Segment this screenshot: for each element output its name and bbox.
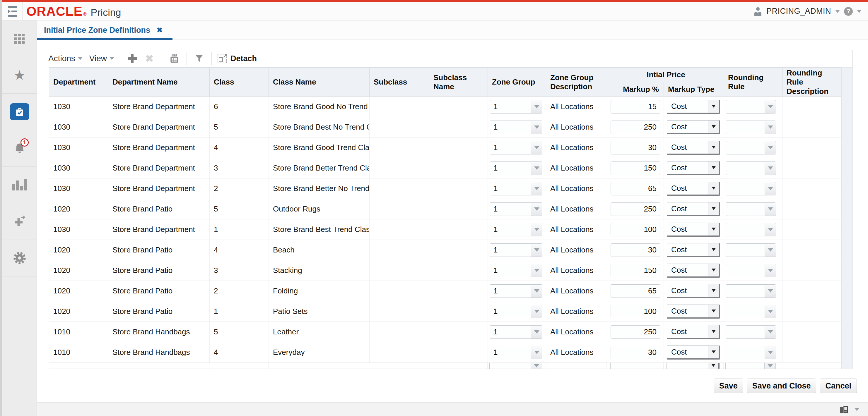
zone-group-value[interactable]: 1 (490, 305, 531, 318)
markup-type-select[interactable]: Cost (667, 161, 720, 175)
markup-type-select[interactable]: Cost (667, 120, 720, 134)
markup-type-select[interactable]: Cost (667, 325, 720, 339)
rounding-rule-combobox[interactable] (726, 141, 776, 154)
zone-group-dropdown-button[interactable] (531, 244, 542, 256)
zone-group-dropdown-button[interactable] (531, 285, 542, 298)
markup-pct-input[interactable] (611, 100, 660, 113)
user-menu[interactable]: PRICING_ADMIN ? (753, 6, 862, 16)
zone-group-value[interactable]: 1 (490, 100, 531, 113)
markup-pct-input[interactable] (611, 264, 660, 277)
markup-type-value[interactable]: Cost (667, 202, 708, 215)
markup-pct-input[interactable] (611, 182, 660, 196)
rounding-rule-value[interactable] (726, 264, 765, 277)
rounding-rule-combobox[interactable] (726, 346, 776, 359)
rounding-rule-combobox[interactable] (726, 182, 776, 196)
zone-group-combobox[interactable]: 1 (490, 141, 542, 154)
detach-button[interactable]: ↗ Detach (218, 54, 257, 63)
sidebar-item-notifications[interactable]: 1 (2, 130, 37, 167)
markup-type-value[interactable]: Cost (667, 182, 708, 195)
markup-type-select[interactable]: Cost (667, 284, 720, 298)
markup-type-dropdown-button[interactable] (708, 223, 719, 236)
rounding-rule-dropdown-button[interactable] (765, 305, 776, 318)
markup-type-dropdown-button[interactable] (708, 325, 719, 338)
zone-group-dropdown-button[interactable] (531, 100, 542, 113)
rounding-rule-combobox[interactable] (726, 325, 776, 339)
rounding-rule-dropdown-button[interactable] (765, 121, 776, 134)
rounding-rule-value[interactable] (726, 325, 765, 339)
markup-type-dropdown-button[interactable] (708, 346, 719, 358)
zone-group-combobox[interactable]: 1 (490, 264, 542, 277)
markup-pct-input[interactable] (611, 141, 660, 154)
markup-type-select[interactable]: Cost (667, 202, 720, 216)
zone-group-value[interactable]: 1 (490, 141, 531, 154)
markup-type-dropdown-button[interactable] (708, 120, 719, 133)
sidebar-toggle-button[interactable] (2, 2, 23, 20)
markup-type-value[interactable]: Cost (667, 305, 708, 317)
rounding-rule-combobox[interactable] (726, 162, 776, 175)
zone-group-dropdown-button[interactable] (531, 162, 542, 175)
table-scroll-filler-column[interactable] (841, 67, 853, 369)
markup-pct-input[interactable] (611, 202, 660, 216)
markup-type-dropdown-button[interactable] (708, 141, 719, 153)
view-menu-button[interactable]: View (89, 54, 114, 63)
markup-type-value[interactable]: Cost (667, 284, 708, 297)
zone-group-value[interactable]: 1 (490, 121, 531, 134)
rounding-rule-dropdown-button[interactable] (765, 100, 776, 113)
rounding-rule-dropdown-button[interactable] (765, 141, 776, 154)
markup-type-value[interactable]: Cost (667, 162, 708, 174)
sidebar-item-favorites[interactable]: ★ (2, 57, 37, 94)
rounding-rule-value[interactable] (726, 203, 765, 216)
rounding-rule-combobox[interactable] (726, 120, 776, 134)
zone-group-combobox[interactable]: 1 (490, 243, 542, 257)
cancel-button[interactable]: Cancel (820, 379, 857, 393)
delete-row-button-disabled[interactable]: ✖ (143, 52, 156, 65)
sidebar-item-tasks-active[interactable] (2, 94, 37, 130)
rounding-rule-value[interactable] (726, 244, 765, 256)
export-to-excel-button[interactable]: XLS (168, 52, 181, 65)
rounding-rule-combobox[interactable] (726, 284, 776, 298)
rounding-rule-dropdown-button[interactable] (765, 346, 776, 359)
zone-group-combobox[interactable]: 1 (490, 120, 542, 134)
zone-group-dropdown-button[interactable] (531, 141, 542, 154)
markup-type-value[interactable]: Cost (667, 346, 708, 358)
zone-group-dropdown-button[interactable] (531, 121, 542, 134)
markup-type-dropdown-button[interactable] (708, 243, 719, 256)
zone-group-value[interactable]: 1 (490, 264, 531, 277)
markup-type-value[interactable]: Cost (667, 120, 708, 133)
rounding-rule-value[interactable] (726, 223, 765, 236)
markup-type-value[interactable]: Cost (667, 264, 708, 276)
rounding-rule-value[interactable] (726, 182, 765, 195)
sidebar-item-apps[interactable] (2, 21, 37, 57)
help-icon[interactable]: ? (844, 7, 853, 16)
zone-group-dropdown-button[interactable] (531, 346, 542, 359)
markup-type-dropdown-button[interactable] (708, 284, 719, 297)
markup-type-select[interactable]: Cost (667, 243, 720, 257)
markup-pct-input[interactable] (611, 243, 660, 257)
markup-type-dropdown-button[interactable] (708, 162, 719, 174)
markup-type-dropdown-button[interactable] (708, 182, 719, 195)
markup-type-select[interactable]: Cost (667, 100, 720, 114)
rounding-rule-value[interactable] (726, 162, 765, 175)
tab-close-icon[interactable]: ✖ (157, 26, 162, 34)
actions-menu-button[interactable]: Actions (48, 54, 82, 63)
zone-group-dropdown-button[interactable] (531, 325, 542, 339)
zone-group-dropdown-button[interactable] (531, 223, 542, 236)
rounding-rule-dropdown-button[interactable] (765, 223, 776, 236)
zone-group-combobox[interactable]: 1 (490, 182, 542, 196)
markup-type-value[interactable]: Cost (667, 243, 708, 256)
add-row-button[interactable] (126, 52, 139, 65)
rounding-rule-dropdown-button[interactable] (765, 325, 776, 339)
rounding-rule-combobox[interactable] (726, 305, 776, 318)
zone-group-dropdown-button[interactable] (531, 182, 542, 195)
markup-type-select[interactable]: Cost (667, 346, 720, 359)
rounding-rule-value[interactable] (726, 285, 765, 298)
zone-group-combobox[interactable]: 1 (490, 305, 542, 318)
save-and-close-button[interactable]: Save and Close (747, 379, 816, 393)
markup-type-dropdown-button[interactable] (708, 100, 719, 113)
markup-type-select[interactable]: Cost (667, 264, 720, 278)
markup-type-select[interactable]: Cost (667, 222, 720, 237)
zone-group-combobox[interactable]: 1 (490, 325, 542, 339)
rounding-rule-combobox[interactable] (726, 264, 776, 277)
plugin-status-icon[interactable] (839, 405, 850, 414)
markup-pct-input[interactable] (611, 305, 660, 318)
